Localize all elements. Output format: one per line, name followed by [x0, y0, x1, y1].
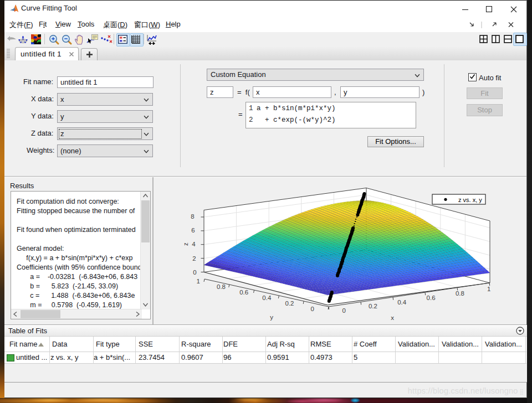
svg-text:1: 1: [487, 286, 490, 292]
svg-text:0.4: 0.4: [397, 299, 407, 306]
svg-text:0.6: 0.6: [239, 289, 248, 296]
svg-text:0.8: 0.8: [217, 283, 226, 290]
svg-text:1: 1: [197, 278, 200, 285]
svg-text:0: 0: [342, 307, 345, 314]
svg-text:0.8: 0.8: [456, 290, 464, 297]
svg-text:x: x: [391, 314, 394, 321]
svg-text:y: y: [270, 314, 273, 321]
svg-text:0.2: 0.2: [369, 303, 377, 309]
svg-text:8: 8: [191, 213, 194, 220]
svg-text:z vs. x, y: z vs. x, y: [458, 197, 482, 203]
svg-text:0.6: 0.6: [427, 294, 436, 301]
svg-text:4: 4: [192, 241, 196, 247]
svg-text:0: 0: [193, 269, 196, 276]
svg-text:6: 6: [191, 227, 195, 234]
svg-text:0.2: 0.2: [285, 300, 294, 307]
svg-text:2: 2: [192, 255, 196, 262]
svg-text:0: 0: [310, 306, 314, 312]
svg-text:0.4: 0.4: [262, 294, 272, 301]
svg-text:z: z: [182, 242, 189, 246]
